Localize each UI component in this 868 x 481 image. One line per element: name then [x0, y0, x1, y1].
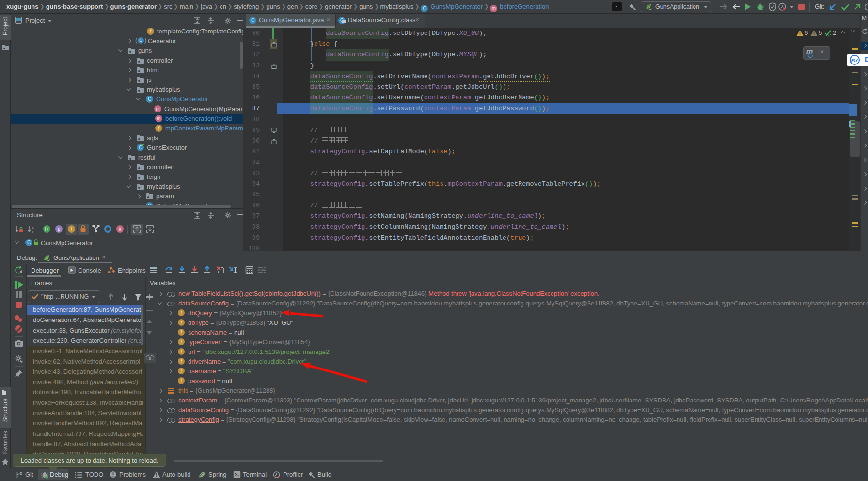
svg-text:z: z: [32, 229, 33, 233]
